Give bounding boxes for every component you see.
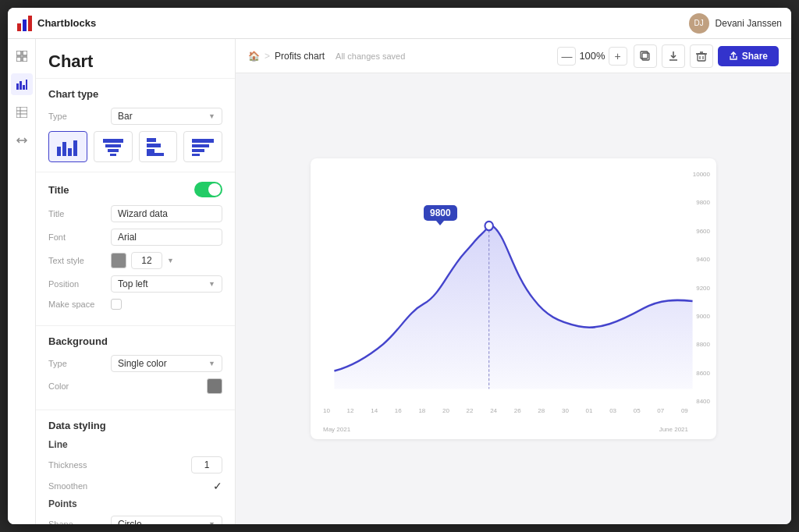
svg-rect-25 bbox=[147, 144, 161, 147]
title-field-label: Title bbox=[48, 209, 111, 218]
svg-rect-27 bbox=[147, 153, 164, 156]
zoom-minus-btn[interactable]: — bbox=[557, 47, 576, 66]
chart-type-funnel[interactable] bbox=[94, 131, 133, 162]
type-select-arrow: ▼ bbox=[208, 112, 215, 120]
font-field-row: Font bbox=[48, 229, 222, 246]
text-color-swatch[interactable] bbox=[111, 253, 126, 268]
font-input[interactable] bbox=[111, 229, 222, 246]
svg-rect-19 bbox=[73, 140, 77, 156]
font-size-input[interactable] bbox=[131, 252, 162, 269]
svg-rect-28 bbox=[192, 139, 214, 143]
table-icon bbox=[16, 107, 27, 118]
type-label: Type bbox=[48, 112, 111, 121]
make-space-row: Make space bbox=[48, 299, 222, 310]
text-style-row: Text style ▼ bbox=[48, 252, 222, 269]
share-button[interactable]: Share bbox=[718, 46, 779, 66]
svg-rect-5 bbox=[16, 57, 21, 62]
thickness-row: Thickness bbox=[48, 456, 222, 473]
download-btn[interactable] bbox=[662, 44, 685, 68]
toolbar: 🏠 > Profits chart All changes saved — 10… bbox=[236, 39, 791, 73]
make-space-label: Make space bbox=[48, 300, 111, 309]
panel-title: Chart bbox=[48, 51, 222, 72]
svg-rect-31 bbox=[192, 154, 200, 156]
svg-rect-0 bbox=[17, 23, 21, 31]
transform-icon bbox=[16, 135, 27, 146]
breadcrumb-sep: > bbox=[265, 51, 270, 62]
smoothen-row: Smoothen ✓ bbox=[48, 480, 222, 492]
sidebar-item-transform[interactable] bbox=[11, 129, 33, 151]
home-icon[interactable]: 🏠 bbox=[248, 51, 260, 62]
sidebar-item-table[interactable] bbox=[11, 101, 33, 123]
user-area: DJ Devani Janssen bbox=[689, 13, 782, 34]
svg-rect-4 bbox=[23, 51, 27, 55]
svg-rect-36 bbox=[698, 54, 705, 61]
chart-type-bar[interactable] bbox=[48, 131, 87, 162]
title-toggle[interactable] bbox=[194, 182, 222, 197]
trash-icon bbox=[696, 51, 707, 62]
panel-header: Chart bbox=[36, 39, 235, 78]
bg-type-row: Type Single color ▼ bbox=[48, 355, 222, 372]
breadcrumb: 🏠 > Profits chart All changes saved bbox=[248, 51, 405, 62]
svg-rect-16 bbox=[57, 147, 61, 156]
share-icon bbox=[729, 51, 738, 61]
type-select[interactable]: Bar ▼ bbox=[111, 108, 222, 125]
thickness-input[interactable] bbox=[191, 456, 222, 473]
svg-rect-20 bbox=[103, 139, 123, 143]
background-section: Background Type Single color ▼ Color bbox=[36, 325, 235, 410]
shape-select[interactable]: Circle ▼ bbox=[111, 516, 222, 524]
chart-type-section: Chart type Type Bar ▼ bbox=[36, 78, 235, 172]
chart-container: 9800 bbox=[311, 158, 716, 439]
bg-type-select[interactable]: Single color ▼ bbox=[111, 355, 222, 372]
zoom-plus-btn[interactable]: + bbox=[609, 47, 627, 66]
svg-rect-32 bbox=[642, 53, 649, 60]
svg-rect-2 bbox=[28, 16, 32, 31]
background-section-label: Background bbox=[48, 335, 222, 347]
chart-type-grid bbox=[48, 131, 222, 162]
svg-point-43 bbox=[485, 222, 492, 230]
position-select[interactable]: Top left ▼ bbox=[111, 275, 222, 293]
sidebar-item-grid[interactable] bbox=[11, 45, 33, 67]
smoothen-label: Smoothen bbox=[48, 481, 111, 491]
svg-rect-23 bbox=[110, 154, 116, 156]
svg-rect-22 bbox=[108, 149, 119, 152]
chart-type-label: Chart type bbox=[48, 88, 222, 100]
share-label: Share bbox=[742, 51, 768, 62]
title-section: Title Title Font bbox=[36, 172, 235, 325]
position-field-row: Position Top left ▼ bbox=[48, 275, 222, 293]
svg-rect-10 bbox=[26, 80, 27, 90]
title-toggle-knob bbox=[208, 183, 221, 196]
x-axis-month-labels: May 2021 June 2021 bbox=[323, 426, 688, 433]
thickness-label: Thickness bbox=[48, 460, 111, 470]
shape-label: Shape bbox=[48, 520, 111, 524]
zoom-control: — 100% + bbox=[557, 47, 627, 66]
svg-rect-11 bbox=[16, 107, 27, 118]
title-section-header: Title bbox=[48, 182, 222, 197]
chart-type-bar-h[interactable] bbox=[139, 131, 178, 162]
svg-rect-24 bbox=[147, 138, 156, 142]
svg-rect-26 bbox=[147, 149, 154, 153]
x-axis-day-labels: 10121416182022242628300103050709 bbox=[323, 407, 688, 414]
svg-rect-6 bbox=[23, 57, 27, 62]
svg-rect-17 bbox=[62, 142, 66, 156]
type-field-row: Type Bar ▼ bbox=[48, 108, 222, 125]
title-section-label: Title bbox=[48, 184, 194, 196]
delete-btn[interactable] bbox=[690, 44, 713, 68]
data-styling-label: Data styling bbox=[48, 420, 222, 431]
app-logo: Chartblocks bbox=[17, 16, 96, 31]
toolbar-actions: Share bbox=[634, 44, 779, 68]
chart-type-funnel-h[interactable] bbox=[183, 131, 222, 162]
svg-rect-30 bbox=[192, 149, 204, 152]
line-subsection-label: Line bbox=[48, 439, 222, 450]
bg-type-label: Type bbox=[48, 359, 111, 368]
font-size-arrow[interactable]: ▼ bbox=[167, 257, 174, 264]
copy-btn[interactable] bbox=[634, 44, 657, 68]
smoothen-checkmark[interactable]: ✓ bbox=[213, 480, 222, 492]
title-input[interactable] bbox=[111, 205, 222, 222]
sidebar-item-chart[interactable] bbox=[11, 73, 33, 95]
chart-svg bbox=[326, 174, 701, 416]
zoom-level: 100% bbox=[579, 50, 605, 62]
logo-icon bbox=[17, 16, 33, 31]
chart-icon bbox=[16, 79, 27, 90]
bg-color-swatch[interactable] bbox=[207, 378, 222, 394]
make-space-checkbox[interactable] bbox=[111, 299, 122, 310]
